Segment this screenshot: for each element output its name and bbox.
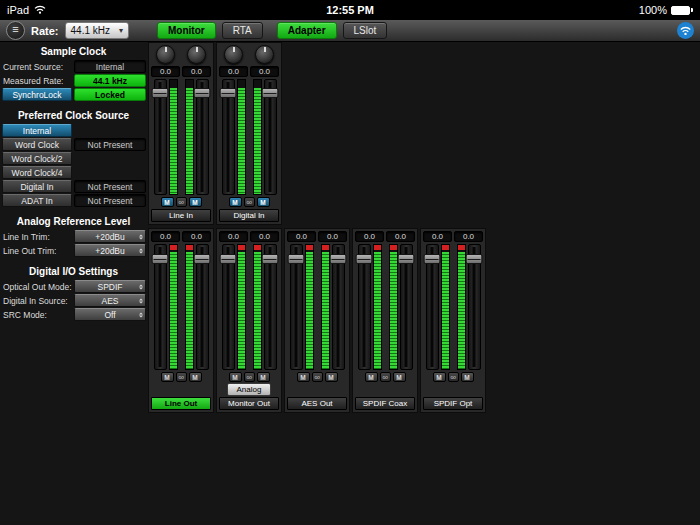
clock-source-button[interactable]: Word Clock/2 — [2, 152, 72, 165]
stereo-link-icon[interactable]: ∞ — [176, 372, 187, 382]
value-dropdown[interactable]: +20dBu — [74, 244, 146, 257]
tab-monitor[interactable]: Monitor — [157, 22, 216, 39]
fader-handle[interactable] — [398, 254, 415, 264]
rate-select[interactable]: 44.1 kHz ▾ — [65, 22, 129, 39]
meter-fill — [442, 252, 449, 369]
fader-meter-area — [222, 79, 246, 195]
clock-source-button[interactable]: Digital In — [2, 180, 72, 193]
fader-track[interactable] — [468, 244, 481, 370]
stereo-link-icon[interactable]: ∞ — [380, 372, 391, 382]
clock-source-button[interactable]: ADAT In — [2, 194, 72, 207]
level-meter — [389, 244, 398, 370]
fader-track[interactable] — [400, 244, 413, 370]
value-dropdown[interactable]: AES — [74, 294, 146, 307]
value-dropdown[interactable]: Off — [74, 308, 146, 321]
clip-indicator — [322, 245, 329, 250]
tab-adapter[interactable]: Adapter — [277, 22, 337, 39]
gain-knob[interactable] — [156, 45, 175, 64]
mute-button[interactable]: M — [433, 372, 446, 382]
channel-group: 0.00.0M∞MSPDIF Opt — [420, 228, 486, 413]
fader-handle[interactable] — [220, 88, 237, 98]
level-display: 0.0 — [423, 231, 452, 242]
mute-button[interactable]: M — [393, 372, 406, 382]
fader-handle[interactable] — [288, 254, 305, 264]
mute-button[interactable]: M — [325, 372, 338, 382]
group-label[interactable]: AES Out — [287, 397, 347, 410]
fader-handle[interactable] — [356, 254, 373, 264]
mute-button[interactable]: M — [297, 372, 310, 382]
gain-knob[interactable] — [255, 45, 274, 64]
fader-handle[interactable] — [262, 88, 279, 98]
clock-source-button[interactable]: Word Clock/4 — [2, 166, 72, 179]
fader-track[interactable] — [426, 244, 439, 370]
mute-button[interactable]: M — [229, 372, 242, 382]
fader-handle[interactable] — [262, 254, 279, 264]
stereo-link-icon[interactable]: ∞ — [244, 372, 255, 382]
group-label[interactable]: SPDIF Opt — [423, 397, 483, 410]
fader-handle[interactable] — [194, 254, 211, 264]
fader-track[interactable] — [358, 244, 371, 370]
level-display: 0.0 — [182, 66, 211, 77]
mute-button[interactable]: M — [189, 372, 202, 382]
channel-strip: 0.0 — [219, 231, 248, 370]
gain-knob[interactable] — [187, 45, 206, 64]
mute-button[interactable]: M — [257, 197, 270, 207]
rate-label: Rate: — [31, 25, 59, 37]
fader-track[interactable] — [196, 244, 209, 370]
fader-track[interactable] — [196, 79, 209, 195]
clock-source-button[interactable]: SynchroLock — [2, 88, 72, 101]
fader-handle[interactable] — [220, 254, 237, 264]
fader-track[interactable] — [154, 79, 167, 195]
group-label[interactable]: Line Out — [151, 397, 211, 410]
mute-button[interactable]: M — [189, 197, 202, 207]
group-label[interactable]: Line In — [151, 209, 211, 222]
settings-row: Digital InNot Present — [2, 180, 146, 193]
clock: 12:55 PM — [326, 4, 374, 16]
row-label: Line Out Trim: — [2, 244, 72, 257]
fader-meter-area — [222, 244, 246, 370]
menu-button[interactable]: ≡ — [6, 21, 25, 40]
network-icon[interactable] — [677, 22, 694, 39]
mute-button[interactable]: M — [229, 197, 242, 207]
fader-track[interactable] — [264, 244, 277, 370]
fader-track[interactable] — [222, 244, 235, 370]
fader-track[interactable] — [154, 244, 167, 370]
mute-button[interactable]: M — [161, 372, 174, 382]
analog-button[interactable]: Analog — [227, 383, 272, 396]
group-label[interactable]: Digital In — [219, 209, 279, 222]
group-label[interactable]: Monitor Out — [219, 397, 279, 410]
channel-strip: 0.0 — [250, 45, 279, 195]
clock-source-button[interactable]: Internal — [2, 124, 72, 137]
tab-lslot[interactable]: LSlot — [343, 22, 388, 39]
fader-handle[interactable] — [466, 254, 483, 264]
mute-button[interactable]: M — [161, 197, 174, 207]
fader-handle[interactable] — [152, 254, 169, 264]
tab-rta[interactable]: RTA — [222, 22, 263, 39]
group-label[interactable]: SPDIF Coax — [355, 397, 415, 410]
stereo-link-icon[interactable]: ∞ — [448, 372, 459, 382]
level-display: 0.0 — [250, 231, 279, 242]
gain-knob[interactable] — [224, 45, 243, 64]
value-dropdown[interactable]: +20dBu — [74, 230, 146, 243]
fader-track[interactable] — [264, 79, 277, 195]
fader-handle[interactable] — [194, 88, 211, 98]
value-display: Not Present — [74, 138, 146, 151]
mute-row: M∞M — [219, 372, 279, 382]
fader-handle[interactable] — [152, 88, 169, 98]
fader-track[interactable] — [332, 244, 345, 370]
fader-handle[interactable] — [424, 254, 441, 264]
fader-track[interactable] — [290, 244, 303, 370]
level-display: 0.0 — [318, 231, 347, 242]
stereo-link-icon[interactable]: ∞ — [244, 197, 255, 207]
fader-handle[interactable] — [330, 254, 347, 264]
mute-button[interactable]: M — [461, 372, 474, 382]
mute-row: M∞M — [151, 197, 211, 207]
stereo-link-icon[interactable]: ∞ — [176, 197, 187, 207]
value-dropdown[interactable]: SPDIF — [74, 280, 146, 293]
clock-source-button[interactable]: Word Clock — [2, 138, 72, 151]
mute-button[interactable]: M — [257, 372, 270, 382]
channel-strip: 0.0 — [386, 231, 415, 370]
stereo-link-icon[interactable]: ∞ — [312, 372, 323, 382]
mute-button[interactable]: M — [365, 372, 378, 382]
fader-track[interactable] — [222, 79, 235, 195]
